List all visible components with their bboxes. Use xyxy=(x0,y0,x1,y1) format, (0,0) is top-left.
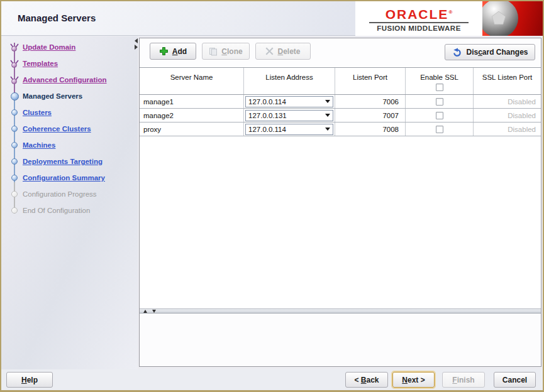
enable-ssl-checkbox[interactable] xyxy=(436,126,443,133)
sidebar-item-label: Configuration Progress xyxy=(23,190,97,198)
column-header-label: Listen Port xyxy=(353,74,387,81)
banner: Managed Servers ORACLE® FUSION MIDDLEWAR… xyxy=(1,1,543,36)
listen-address-select[interactable]: 127.0.0.131 xyxy=(245,110,333,121)
table-toolbar: Add Clone Delete Discard xyxy=(140,38,541,67)
pentagon-icon xyxy=(491,10,507,26)
finish-button: Finish xyxy=(442,372,485,388)
add-button-label: Add xyxy=(172,47,187,56)
future-step-icon xyxy=(8,156,21,166)
table-row[interactable]: manage1 127.0.0.114 7006 Disabled xyxy=(140,95,541,109)
future-step-icon xyxy=(8,124,21,134)
plus-icon xyxy=(159,46,169,56)
sidebar-item-clusters[interactable]: Clusters xyxy=(1,104,138,121)
oracle-wordmark-text: ORACLE xyxy=(386,7,449,21)
sphere-icon xyxy=(482,1,518,36)
server-name-cell[interactable]: proxy xyxy=(140,122,244,136)
ssl-listen-port-cell: Disabled xyxy=(474,95,541,108)
discard-changes-button[interactable]: Discard Changes xyxy=(445,44,535,60)
logo-divider xyxy=(369,22,469,23)
sidebar-item-label: Advanced Configuration xyxy=(23,76,107,84)
wizard-window: Managed Servers ORACLE® FUSION MIDDLEWAR… xyxy=(0,0,544,392)
oracle-logo: ORACLE® FUSION MIDDLEWARE xyxy=(355,1,482,36)
back-button[interactable]: < Back xyxy=(345,372,388,388)
future-step-icon xyxy=(8,107,21,117)
sidebar-item-coherence-clusters[interactable]: Coherence Clusters xyxy=(1,121,138,137)
disabled-step-icon xyxy=(8,189,21,199)
finish-button-label: Finish xyxy=(452,376,474,384)
message-area xyxy=(140,313,541,366)
enable-ssl-cell xyxy=(406,95,474,108)
sidebar-item-label: Update Domain xyxy=(23,43,75,51)
panel-splitter-handle[interactable] xyxy=(133,37,138,51)
server-name-cell[interactable]: manage1 xyxy=(140,95,244,108)
sidebar-item-configuration-progress: Configuration Progress xyxy=(1,186,138,202)
enable-ssl-checkbox[interactable] xyxy=(436,112,443,119)
sidebar-item-configuration-summary[interactable]: Configuration Summary xyxy=(1,170,138,186)
column-header-enable-ssl[interactable]: Enable SSL xyxy=(406,68,474,94)
help-button[interactable]: Help xyxy=(6,372,53,388)
clone-button-label: Clone xyxy=(221,47,242,56)
enable-ssl-checkbox[interactable] xyxy=(436,98,443,106)
server-name-cell[interactable]: manage2 xyxy=(140,109,244,122)
column-header-listen-address[interactable]: Listen Address xyxy=(244,68,335,94)
disabled-step-icon xyxy=(8,205,21,215)
visited-step-icon xyxy=(8,58,21,68)
sidebar-item-label: End Of Configuration xyxy=(23,207,90,214)
dropdown-arrow-icon xyxy=(325,100,330,103)
ssl-listen-port-cell: Disabled xyxy=(474,122,541,136)
undo-arrow-icon xyxy=(452,48,462,57)
sidebar-item-label: Machines xyxy=(23,141,55,149)
sidebar-item-label: Configuration Summary xyxy=(23,174,105,182)
column-header-label: SSL Listen Port xyxy=(482,74,532,81)
column-header-server-name[interactable]: Server Name xyxy=(140,68,244,94)
clone-button: Clone xyxy=(202,43,250,60)
listen-port-cell[interactable]: 7008 xyxy=(335,122,406,136)
column-header-listen-port[interactable]: Listen Port xyxy=(335,68,406,94)
splitter-down-icon xyxy=(152,310,156,313)
message-splitter-handle[interactable] xyxy=(140,308,541,313)
listen-address-select[interactable]: 127.0.0.114 xyxy=(245,124,333,135)
table-row[interactable]: proxy 127.0.0.114 7008 Disabled xyxy=(140,122,541,136)
listen-address-cell: 127.0.0.114 xyxy=(244,122,335,136)
copy-icon xyxy=(209,47,218,56)
back-button-label: < Back xyxy=(354,376,379,384)
sidebar-item-update-domain[interactable]: Update Domain xyxy=(1,39,138,55)
table-row[interactable]: manage2 127.0.0.131 7007 Disabled xyxy=(140,109,541,122)
enable-ssl-all-checkbox[interactable] xyxy=(436,84,443,91)
cancel-button[interactable]: Cancel xyxy=(494,372,536,388)
oracle-wordmark: ORACLE® xyxy=(386,6,453,21)
listen-address-value: 127.0.0.114 xyxy=(248,126,325,133)
sidebar-item-templates[interactable]: Templates xyxy=(1,55,138,72)
collapse-left-icon xyxy=(135,38,138,43)
registered-mark: ® xyxy=(448,9,452,15)
servers-table: Server Name Listen Address Listen Port E… xyxy=(140,67,541,136)
add-button[interactable]: Add xyxy=(150,43,196,60)
column-header-ssl-listen-port[interactable]: SSL Listen Port xyxy=(474,68,541,94)
collapse-right-icon xyxy=(135,45,138,50)
sidebar-item-machines[interactable]: Machines xyxy=(1,137,138,153)
listen-port-cell[interactable]: 7007 xyxy=(335,109,406,122)
page-title: Managed Servers xyxy=(18,13,96,23)
column-header-label: Server Name xyxy=(170,74,213,81)
x-icon xyxy=(265,47,274,55)
delete-button: Delete xyxy=(255,43,311,60)
sidebar-item-end-of-configuration: End Of Configuration xyxy=(1,202,138,219)
sidebar-item-advanced-configuration[interactable]: Advanced Configuration xyxy=(1,72,138,88)
sidebar-item-deployments-targeting[interactable]: Deployments Targeting xyxy=(1,153,138,170)
dropdown-arrow-icon xyxy=(325,114,330,117)
visited-step-icon xyxy=(8,42,21,52)
current-step-icon xyxy=(8,91,21,101)
discard-button-label: Discard Changes xyxy=(466,48,528,57)
next-button-label: Next > xyxy=(402,376,425,384)
ssl-listen-port-cell: Disabled xyxy=(474,109,541,122)
visited-step-icon xyxy=(8,75,21,85)
sidebar-item-label: Coherence Clusters xyxy=(23,125,91,133)
table-header-row: Server Name Listen Address Listen Port E… xyxy=(140,67,541,95)
listen-port-cell[interactable]: 7006 xyxy=(335,95,406,108)
sidebar-item-label: Deployments Targeting xyxy=(23,158,103,165)
listen-address-select[interactable]: 127.0.0.114 xyxy=(245,96,333,107)
sidebar-item-managed-servers[interactable]: Managed Servers xyxy=(1,88,138,104)
listen-address-value: 127.0.0.114 xyxy=(248,98,325,106)
sidebar-item-label: Managed Servers xyxy=(23,92,82,100)
next-button[interactable]: Next > xyxy=(392,372,435,388)
